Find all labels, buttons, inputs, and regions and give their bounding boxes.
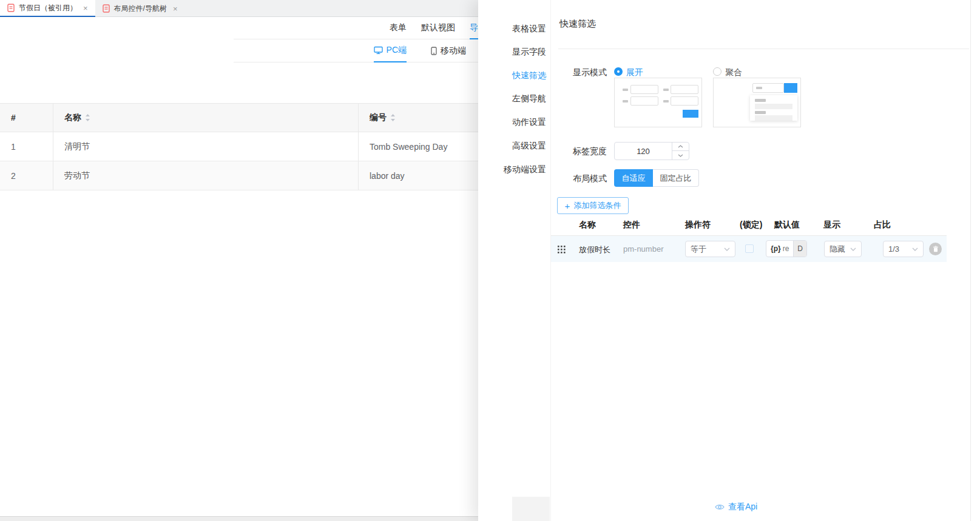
trash-icon: [933, 246, 939, 252]
preview-field-input: [671, 96, 698, 106]
sort-icon[interactable]: [85, 113, 90, 122]
drag-handle-icon[interactable]: [558, 245, 566, 256]
plus-icon: +: [565, 201, 570, 210]
add-filter-label: 添加筛选条件: [573, 200, 621, 211]
sort-icon[interactable]: [390, 113, 396, 122]
window-tab-label: 节假日（被引用）: [19, 3, 77, 13]
radio-aggregate-label[interactable]: 聚合: [725, 66, 742, 78]
display-mode-label: 显示模式: [551, 66, 607, 78]
preview-field-input: [671, 85, 698, 94]
app-root: 节假日（被引用） × 布局控件/导航树 × 表单 默认视图 导: [0, 0, 980, 521]
drawer-sidebar: 表格设置 显示字段 快速筛选 左侧导航 动作设置 高级设置 移动端设置: [478, 0, 551, 521]
form-doc-icon: [103, 4, 110, 13]
title-divider: [558, 49, 969, 49]
layout-adaptive-button[interactable]: 自适应: [614, 169, 653, 187]
window-tab-holiday[interactable]: 节假日（被引用） ×: [0, 0, 95, 17]
display-select[interactable]: 隐藏: [824, 241, 862, 257]
tab-mobile-label: 移动端: [441, 45, 466, 56]
sidebar-item-table-settings[interactable]: 表格设置: [478, 19, 550, 38]
stepper-decrease-button[interactable]: [672, 151, 689, 160]
filter-col-display: 显示: [823, 220, 840, 230]
default-value-text: re: [781, 244, 793, 253]
form-doc-icon: [7, 4, 15, 12]
filter-condition-row: 放假时长 pm-number 等于 {p} re D 隐藏: [551, 236, 947, 262]
default-value-tag-button[interactable]: D: [793, 241, 806, 257]
chevron-down-icon: [850, 247, 856, 251]
preview-option-bar: [755, 115, 792, 121]
cell-index: 1: [0, 132, 53, 161]
tab-pc[interactable]: PC端: [374, 39, 407, 62]
sidebar-item-left-nav[interactable]: 左侧导航: [478, 89, 550, 107]
settings-drawer: 表格设置 显示字段 快速筛选 左侧导航 动作设置 高级设置 移动端设置 快速筛选…: [478, 0, 980, 521]
vertical-scrollbar[interactable]: [970, 0, 971, 521]
tab-mobile[interactable]: 移动端: [431, 39, 466, 62]
expand-mode-preview[interactable]: [614, 78, 702, 127]
preview-input-text: [756, 87, 762, 89]
preview-field-label: [623, 100, 628, 103]
eye-icon: [715, 503, 725, 511]
stepper-buttons: [672, 143, 689, 160]
filter-col-name: 名称: [579, 220, 596, 230]
chevron-down-icon: [912, 247, 918, 251]
view-api-link[interactable]: 查看Api: [715, 502, 757, 513]
close-icon[interactable]: ×: [83, 4, 88, 12]
ratio-select[interactable]: 1/3: [883, 241, 924, 257]
monitor-icon: [374, 46, 383, 55]
radio-expand[interactable]: [614, 67, 623, 76]
layout-fixed-ratio-button[interactable]: 固定占比: [653, 169, 699, 187]
radio-aggregate[interactable]: [713, 67, 721, 76]
chevron-down-icon: [724, 247, 730, 251]
cell-name: 劳动节: [53, 161, 359, 190]
display-value: 隐藏: [830, 244, 845, 255]
filter-col-ratio: 占比: [874, 220, 891, 230]
operator-value: 等于: [691, 244, 706, 255]
preview-option-label: [755, 111, 766, 114]
close-icon[interactable]: ×: [173, 5, 178, 13]
window-tab-label: 布局控件/导航树: [114, 4, 167, 14]
sidebar-item-display-fields[interactable]: 显示字段: [478, 42, 550, 61]
chevron-up-icon: [678, 145, 683, 148]
toolbar-item-form[interactable]: 表单: [390, 17, 407, 39]
filter-col-control: 控件: [623, 220, 640, 230]
default-value-input[interactable]: {p} re D: [766, 240, 807, 257]
layout-mode-label: 布局模式: [551, 172, 607, 184]
filter-col-locked: (锁定): [740, 220, 762, 230]
toolbar-item-default-view[interactable]: 默认视图: [421, 17, 455, 39]
sidebar-item-action-settings[interactable]: 动作设置: [478, 113, 550, 131]
operator-select[interactable]: 等于: [685, 241, 735, 257]
filter-control-type: pm-number: [623, 244, 663, 254]
label-width-stepper[interactable]: 120: [614, 142, 689, 160]
view-toolbar: 表单 默认视图 导: [234, 17, 478, 39]
sidebar-item-quick-filter[interactable]: 快速筛选: [478, 66, 550, 84]
device-toolbar: PC端 移动端: [234, 39, 478, 62]
preview-field-label: [663, 100, 669, 103]
horizontal-scrollbar[interactable]: [0, 516, 478, 521]
sidebar-item-advanced-settings[interactable]: 高级设置: [478, 136, 550, 155]
filter-field-name: 放假时长: [579, 244, 610, 255]
cell-index: 2: [0, 161, 53, 190]
tab-pc-label: PC端: [387, 45, 407, 56]
sidebar-scroll-gutter: [512, 497, 550, 521]
preview-search-button: [683, 110, 698, 118]
column-header-index: #: [0, 104, 53, 132]
delete-filter-button[interactable]: [929, 243, 942, 255]
drawer-panel: 快速筛选 显示模式 展开 聚合: [551, 0, 980, 521]
default-value-badge: {p}: [766, 244, 781, 253]
panel-title: 快速筛选: [559, 18, 596, 30]
preview-field-input: [630, 96, 658, 106]
aggregate-mode-preview[interactable]: [713, 78, 801, 127]
label-width-value[interactable]: 120: [615, 143, 672, 160]
column-header-name[interactable]: 名称: [53, 104, 359, 132]
view-api-label: 查看Api: [728, 502, 757, 513]
window-tab-layout[interactable]: 布局控件/导航树 ×: [95, 0, 185, 17]
radio-expand-label[interactable]: 展开: [626, 66, 643, 78]
add-filter-button[interactable]: + 添加筛选条件: [557, 197, 629, 214]
phone-icon: [431, 47, 437, 55]
locked-checkbox[interactable]: [745, 244, 754, 253]
label-width-label: 标签宽度: [551, 145, 607, 157]
ratio-value: 1/3: [888, 244, 899, 254]
toolbar-item-nav[interactable]: 导: [470, 17, 478, 39]
stepper-increase-button[interactable]: [672, 143, 689, 151]
sidebar-item-mobile-settings[interactable]: 移动端设置: [478, 160, 550, 178]
chevron-down-icon: [678, 154, 683, 157]
